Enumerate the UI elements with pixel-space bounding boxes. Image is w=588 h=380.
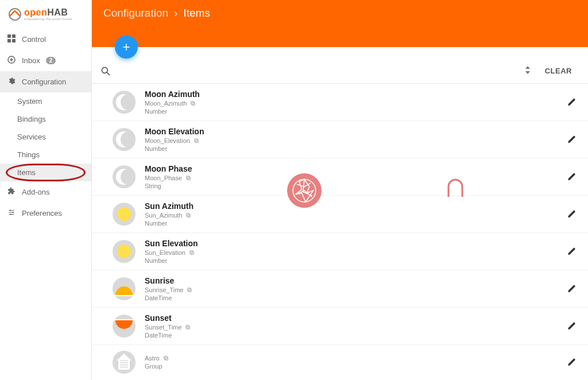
item-id: Sunrise_Time bbox=[145, 286, 183, 293]
sidebar-item-inbox[interactable]: Inbox 2 bbox=[0, 50, 91, 71]
sidebar-item-label: Inbox bbox=[22, 56, 40, 65]
toolbar: CLEAR bbox=[92, 59, 588, 84]
edit-icon[interactable] bbox=[567, 135, 577, 144]
svg-rect-15 bbox=[186, 176, 189, 179]
copy-icon[interactable] bbox=[185, 324, 191, 330]
item-name: Moon Elevation bbox=[145, 127, 558, 136]
svg-rect-13 bbox=[195, 139, 198, 142]
svg-point-8 bbox=[10, 214, 11, 215]
sidebar-item-system[interactable]: System bbox=[0, 92, 91, 110]
item-name: Sunrise bbox=[145, 276, 558, 285]
item-name: Moon Azimuth bbox=[145, 90, 558, 99]
logo-icon bbox=[8, 7, 22, 21]
list-item[interactable]: Moon PhaseMoon_PhaseString bbox=[92, 158, 588, 196]
sidebar-item-things[interactable]: Things bbox=[0, 146, 91, 164]
copy-icon[interactable] bbox=[163, 355, 169, 361]
svg-rect-16 bbox=[188, 214, 191, 217]
item-type: Number bbox=[145, 220, 558, 227]
breadcrumb-parent[interactable]: Configuration bbox=[103, 7, 168, 20]
moon-icon bbox=[113, 165, 136, 188]
svg-rect-4 bbox=[12, 39, 16, 42]
item-name: Moon Phase bbox=[145, 164, 558, 173]
svg-rect-14 bbox=[187, 177, 190, 180]
item-type: String bbox=[145, 183, 558, 189]
item-type: DateTime bbox=[145, 294, 558, 301]
sidebar-item-bindings[interactable]: Bindings bbox=[0, 110, 91, 128]
item-type: Number bbox=[145, 108, 558, 115]
logo[interactable]: openHAB empowering the smart home bbox=[0, 0, 91, 29]
svg-rect-20 bbox=[189, 289, 192, 292]
search-icon[interactable] bbox=[100, 65, 111, 77]
list-item-body: SunriseSunrise_TimeDateTime bbox=[145, 276, 558, 301]
sidebar-item-preferences[interactable]: Preferences bbox=[0, 203, 91, 224]
svg-point-9 bbox=[102, 67, 107, 73]
svg-point-7 bbox=[12, 212, 13, 213]
gear-icon bbox=[7, 77, 16, 87]
list-item[interactable]: SunsetSunset_TimeDateTime bbox=[92, 308, 588, 345]
item-name: Sunset bbox=[145, 313, 558, 323]
svg-rect-10 bbox=[192, 102, 195, 105]
sidebar-item-label: Preferences bbox=[22, 209, 62, 218]
svg-rect-19 bbox=[190, 251, 193, 254]
copy-icon[interactable] bbox=[189, 250, 195, 255]
list-item[interactable]: Sun ElevationSun_ElevationNumber bbox=[92, 233, 588, 270]
list-item[interactable]: Sun AzimuthSun_AzimuthNumber bbox=[92, 196, 588, 233]
item-id: Astro bbox=[145, 355, 160, 362]
sidebar-item-items[interactable]: Items bbox=[0, 164, 91, 181]
copy-icon[interactable] bbox=[190, 100, 196, 106]
svg-rect-17 bbox=[187, 214, 189, 216]
edit-icon[interactable] bbox=[567, 210, 577, 219]
list-item-body: Sun ElevationSun_ElevationNumber bbox=[145, 239, 558, 264]
sidebar-item-services[interactable]: Services bbox=[0, 128, 91, 146]
copy-icon[interactable] bbox=[187, 287, 192, 293]
inbox-badge: 2 bbox=[46, 57, 56, 64]
list-item[interactable]: SunriseSunrise_TimeDateTime bbox=[92, 270, 588, 308]
item-type: Group bbox=[145, 363, 558, 370]
list-item[interactable]: Moon AzimuthMoon_AzimuthNumber bbox=[92, 84, 588, 121]
header: Configuration › Items bbox=[92, 0, 588, 47]
sidebar-item-label: Items bbox=[17, 168, 36, 177]
add-item-button[interactable] bbox=[115, 36, 138, 59]
clear-button[interactable]: CLEAR bbox=[540, 64, 577, 77]
sidebar-item-label: Add-ons bbox=[22, 188, 49, 196]
sunset-icon bbox=[113, 315, 136, 338]
sidebar-item-label: Bindings bbox=[17, 115, 46, 123]
sidebar-item-configuration[interactable]: Configuration bbox=[0, 71, 91, 92]
breadcrumb-current: Items bbox=[183, 7, 210, 20]
edit-icon[interactable] bbox=[567, 98, 577, 107]
plus-circle-icon bbox=[7, 56, 16, 65]
copy-icon[interactable] bbox=[185, 212, 191, 218]
sliders-icon bbox=[7, 208, 16, 218]
copy-icon[interactable] bbox=[194, 138, 199, 144]
item-id: Moon_Elevation bbox=[145, 137, 190, 144]
breadcrumb: Configuration › Items bbox=[103, 7, 210, 20]
item-id: Sun_Elevation bbox=[145, 249, 185, 256]
list-item[interactable]: AstroGroup bbox=[92, 345, 588, 379]
sidebar-item-addons[interactable]: Add-ons bbox=[0, 181, 91, 203]
edit-icon[interactable] bbox=[567, 321, 577, 331]
svg-rect-23 bbox=[186, 325, 189, 328]
items-list: Moon AzimuthMoon_AzimuthNumberMoon Eleva… bbox=[92, 84, 588, 380]
sunrise-icon bbox=[113, 277, 136, 300]
edit-icon[interactable] bbox=[567, 247, 577, 256]
list-item-body: Moon AzimuthMoon_AzimuthNumber bbox=[145, 90, 558, 115]
edit-icon[interactable] bbox=[567, 172, 577, 181]
sort-icon[interactable] bbox=[524, 65, 533, 76]
sidebar-item-control[interactable]: Control bbox=[0, 29, 91, 50]
sidebar-item-label: Configuration bbox=[22, 77, 66, 86]
edit-icon[interactable] bbox=[567, 284, 577, 293]
sidebar: openHAB empowering the smart home Contro… bbox=[0, 0, 92, 380]
edit-icon[interactable] bbox=[567, 358, 577, 367]
list-item-body: AstroGroup bbox=[145, 355, 558, 370]
list-item[interactable]: Moon ElevationMoon_ElevationNumber bbox=[92, 121, 588, 158]
svg-rect-1 bbox=[7, 34, 11, 38]
svg-point-6 bbox=[10, 210, 11, 211]
chevron-right-icon: › bbox=[174, 7, 177, 20]
sidebar-item-label: Control bbox=[22, 35, 46, 44]
plus-icon bbox=[121, 42, 131, 52]
copy-icon[interactable] bbox=[185, 175, 191, 181]
list-item-body: Sun AzimuthSun_AzimuthNumber bbox=[145, 201, 558, 227]
svg-rect-2 bbox=[12, 34, 16, 38]
main: Configuration › Items CLEAR Moon Azimuth… bbox=[92, 0, 588, 380]
svg-rect-12 bbox=[195, 139, 198, 142]
